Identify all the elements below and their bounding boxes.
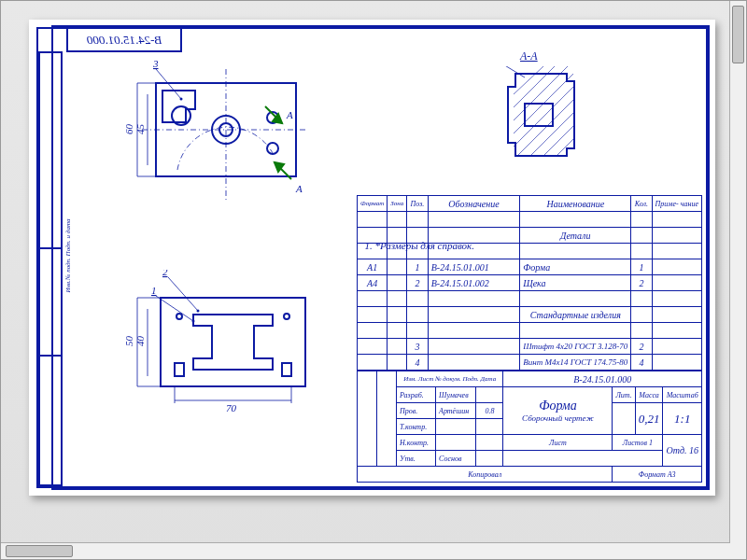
svg-point-31 — [284, 314, 289, 319]
svg-line-19 — [514, 66, 555, 107]
dim-45: 45 — [134, 124, 146, 135]
bom-h-qty: Кол. — [631, 196, 652, 212]
bom-h-note: Приме- чание — [652, 196, 701, 212]
drawing-sheet: В-24.15.01.000 Инв.№ подп. Подп. и дата — [29, 20, 715, 496]
svg-line-18 — [514, 66, 543, 94]
svg-line-22 — [514, 87, 573, 147]
frame-inner: А А 3 60 45 А-А — [51, 25, 710, 490]
svg-rect-32 — [175, 363, 184, 376]
callout-2: 2 — [162, 270, 168, 277]
svg-point-30 — [176, 314, 182, 319]
callout-1: 1 — [151, 285, 157, 296]
svg-point-35 — [192, 320, 195, 323]
front-view: 1 2 50 40 70 — [105, 270, 347, 428]
bom-h-des: Обозначение — [428, 196, 520, 212]
dim-60: 60 — [123, 124, 134, 135]
dim-50: 50 — [123, 336, 134, 347]
bom-row: 4 Винт М4х14 ГОСТ 174.75-80 4 — [358, 355, 702, 371]
section-arrow-a1: А — [286, 109, 293, 120]
section-view: 4 — [497, 66, 599, 178]
horizontal-scrollbar-thumb[interactable] — [6, 545, 73, 557]
bom-table: Формат Зона Поз. Обозначение Наименовани… — [357, 195, 702, 371]
horizontal-scrollbar[interactable] — [1, 542, 730, 559]
svg-line-36 — [168, 277, 198, 311]
section-label: А-А — [520, 49, 538, 63]
cad-viewport: В-24.15.01.000 Инв.№ подп. Подп. и дата — [0, 0, 747, 560]
svg-rect-29 — [161, 298, 305, 386]
section-arrow-a2: А — [295, 183, 303, 194]
bom-row: 3 Штифт 4х20 ГОСТ 3.128-70 2 — [358, 339, 702, 355]
vertical-scrollbar[interactable] — [729, 1, 746, 559]
bom-h-pos: Поз. — [407, 196, 428, 212]
callout-3: 3 — [152, 60, 159, 69]
svg-point-37 — [197, 310, 200, 313]
titleblock-name: Форма — [506, 399, 609, 413]
bom-h-name: Наименование — [520, 196, 631, 212]
titleblock-table: Изм. Лист № докум. Подп. Дата В-24.15.01… — [357, 371, 702, 483]
svg-rect-33 — [282, 363, 291, 376]
bom-row: A4 2 В-24.15.01.002 Щека 2 — [358, 275, 702, 291]
bom-h-format: Формат — [358, 196, 388, 212]
bom-section-parts: Детали — [520, 228, 631, 244]
top-view: А А 3 60 45 — [105, 60, 329, 218]
bom-row: A1 1 В-24.15.01.001 Форма 1 — [358, 259, 702, 275]
dim-70: 70 — [226, 402, 237, 413]
bom-section-std: Стандартные изделия — [520, 307, 631, 323]
titleblock-number: В-24.15.01.000 — [503, 371, 702, 387]
titleblock-org: Отд. 16 — [663, 435, 702, 467]
svg-point-5 — [267, 143, 278, 154]
dim-40: 40 — [134, 336, 146, 347]
titleblock-sub: Сборочный чертеж — [506, 413, 609, 423]
bom-h-zone: Зона — [388, 196, 407, 212]
svg-rect-27 — [525, 104, 553, 126]
title-block: Формат Зона Поз. Обозначение Наименовани… — [357, 195, 702, 483]
svg-line-28 — [499, 66, 525, 77]
vertical-scrollbar-thumb[interactable] — [732, 6, 744, 63]
svg-point-13 — [180, 98, 183, 101]
svg-line-25 — [543, 126, 573, 156]
